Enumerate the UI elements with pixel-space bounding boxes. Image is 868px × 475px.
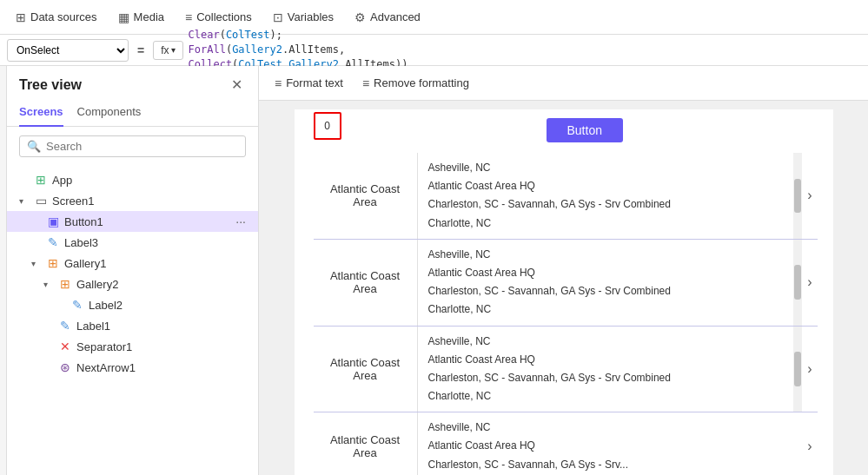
nextarrow-icon: ⊛ <box>57 360 73 374</box>
more-options-button[interactable]: ··· <box>235 214 246 228</box>
gallery-row: Atlantic Coast Area Asheville, NC Atlant… <box>314 412 818 475</box>
gallery-area: Atlantic Coast Area Asheville, NC Atlant… <box>314 153 818 475</box>
nav-variables[interactable]: ⊡ Variables <box>264 5 342 30</box>
scrollbar[interactable] <box>793 240 802 326</box>
gallery-item-text: Charleston, SC - Savannah, GA Sys - Srv.… <box>428 457 784 473</box>
remove-formatting-button[interactable]: ≡ Remove formatting <box>354 71 478 96</box>
next-arrow-button[interactable]: › <box>802 327 817 412</box>
database-icon: ⊞ <box>16 10 26 24</box>
gallery-left-col: Atlantic Coast Area <box>314 240 418 326</box>
scrollbar[interactable] <box>793 412 802 475</box>
chevron-icon: ▾ <box>19 196 30 206</box>
tree-item-separator1[interactable]: ✕ Separator1 <box>7 336 258 357</box>
main-layout: Tree view ✕ Screens Components 🔍 ⊞ App <box>0 66 868 475</box>
tree-item-button1[interactable]: ▣ Button1 ··· <box>7 211 258 232</box>
property-select[interactable]: OnSelect <box>7 39 129 62</box>
fx-button[interactable]: fx ▾ <box>153 41 182 60</box>
button-icon: ▣ <box>45 214 61 228</box>
tab-screens[interactable]: Screens <box>19 100 63 127</box>
chevron-icon: ▾ <box>31 259 42 268</box>
format-text-icon: ≡ <box>275 76 282 90</box>
canvas-button[interactable]: Button <box>547 118 623 142</box>
tree-item-label1[interactable]: ✎ Label1 <box>7 315 258 336</box>
app-icon: ⊞ <box>33 173 49 187</box>
gallery-item-text: Asheville, NC <box>428 419 784 436</box>
gallery2-icon: ⊞ <box>57 277 73 291</box>
gallery-item-text: Asheville, NC <box>428 247 784 263</box>
chevron-down-icon: ▾ <box>171 45 176 55</box>
next-arrow-button[interactable]: › <box>802 153 817 239</box>
tree-item-screen1[interactable]: ▾ ▭ Screen1 <box>7 190 258 211</box>
variables-icon: ⊡ <box>273 10 283 24</box>
media-icon: ▦ <box>118 10 129 24</box>
gallery-item-text: Charlotte, NC <box>428 301 784 318</box>
format-text-button[interactable]: ≡ Format text <box>266 71 352 96</box>
sidebar-tabs: Screens Components <box>7 100 258 127</box>
gallery-row: Atlantic Coast Area Asheville, NC Atlant… <box>314 240 818 327</box>
remove-formatting-icon: ≡ <box>362 76 369 90</box>
nav-media[interactable]: ▦ Media <box>109 5 173 30</box>
gallery-right-col: Asheville, NC Atlantic Coast Area HQ Cha… <box>418 327 794 412</box>
sidebar-header: Tree view ✕ <box>7 66 258 100</box>
collections-icon: ≡ <box>185 10 192 24</box>
tree-item-nextarrow1[interactable]: ⊛ NextArrow1 <box>7 357 258 378</box>
gallery-item-text: Charleston, SC - Savannah, GA Sys - Srv … <box>428 283 784 300</box>
gallery-item-text: Atlantic Coast Area HQ <box>428 352 784 368</box>
nav-advanced[interactable]: ⚙ Advanced <box>346 5 429 30</box>
gallery-right-col: Asheville, NC Atlantic Coast Area HQ Cha… <box>418 153 794 239</box>
advanced-icon: ⚙ <box>354 10 366 24</box>
sidebar-title: Tree view <box>19 77 82 93</box>
next-arrow-button[interactable]: › <box>802 412 817 475</box>
gallery-left-col: Atlantic Coast Area <box>314 153 418 239</box>
gallery-right-col: Asheville, NC Atlantic Coast Area HQ Cha… <box>418 240 794 326</box>
tree-item-label2[interactable]: ✎ Label2 <box>7 294 258 315</box>
tree-item-gallery1[interactable]: ▾ ⊞ Gallery1 <box>7 253 258 274</box>
gallery-left-col: Atlantic Coast Area <box>314 327 418 412</box>
gallery-row: Atlantic Coast Area Asheville, NC Atlant… <box>314 153 818 240</box>
content-toolbar: ≡ Format text ≡ Remove formatting <box>259 66 868 101</box>
nav-data-sources[interactable]: ⊞ Data sources <box>7 5 106 30</box>
gallery-item-text: Charlotte, NC <box>428 215 784 232</box>
gallery-left-col: Atlantic Coast Area <box>314 412 418 475</box>
tab-components[interactable]: Components <box>77 100 142 127</box>
gallery-item-text: Atlantic Coast Area HQ <box>428 178 784 195</box>
gallery-right-col: Asheville, NC Atlantic Coast Area HQ Cha… <box>418 412 794 475</box>
counter-box: 0 <box>314 112 341 140</box>
scrollbar[interactable] <box>793 153 802 239</box>
canvas-surface: 0 Button Atlantic Coast Area Asheville, … <box>295 109 833 475</box>
equals-sign: = <box>134 43 148 57</box>
gallery-item-text: Charlotte, NC <box>428 388 784 405</box>
tree-item-gallery2[interactable]: ▾ ⊞ Gallery2 <box>7 274 258 294</box>
search-box[interactable]: 🔍 <box>19 135 246 157</box>
close-button[interactable]: ✕ <box>228 75 246 95</box>
next-arrow-button[interactable]: › <box>802 240 817 326</box>
content-area: ≡ Format text ≡ Remove formatting 0 Butt… <box>259 66 868 475</box>
screen-icon: ▭ <box>33 194 49 208</box>
nav-collections[interactable]: ≡ Collections <box>176 5 261 30</box>
chevron-icon: ▾ <box>43 280 54 289</box>
separator-icon: ✕ <box>57 340 73 353</box>
scrollbar[interactable] <box>793 327 802 412</box>
search-icon: 🔍 <box>27 140 41 153</box>
gallery-icon: ⊞ <box>45 256 61 270</box>
tree-view: ⊞ App ▾ ▭ Screen1 ▣ Button1 ··· ✎ Label3 <box>7 166 258 475</box>
label2-icon: ✎ <box>70 298 85 312</box>
gallery-item-text: Atlantic Coast Area HQ <box>428 438 784 454</box>
gallery-item-text: Atlantic Coast Area HQ <box>428 265 784 281</box>
tree-item-label3[interactable]: ✎ Label3 <box>7 232 258 253</box>
gallery-item-text: Charleston, SC - Savannah, GA Sys - Srv … <box>428 196 784 213</box>
sidebar: Tree view ✕ Screens Components 🔍 ⊞ App <box>7 66 259 475</box>
label-icon: ✎ <box>45 235 61 249</box>
formula-bar: OnSelect = fx ▾ Clear(ColTest); ForAll(G… <box>0 35 868 66</box>
gallery-item-text: Asheville, NC <box>428 333 784 350</box>
gallery-item-text: Asheville, NC <box>428 160 784 176</box>
search-input[interactable] <box>46 140 238 153</box>
left-strip <box>0 66 7 475</box>
gallery-item-text: Charleston, SC - Savannah, GA Sys - Srv … <box>428 370 784 386</box>
label1-icon: ✎ <box>57 319 73 333</box>
tree-item-app[interactable]: ⊞ App <box>7 169 258 190</box>
gallery-row: Atlantic Coast Area Asheville, NC Atlant… <box>314 327 818 413</box>
app-canvas: 0 Button Atlantic Coast Area Asheville, … <box>259 101 868 475</box>
